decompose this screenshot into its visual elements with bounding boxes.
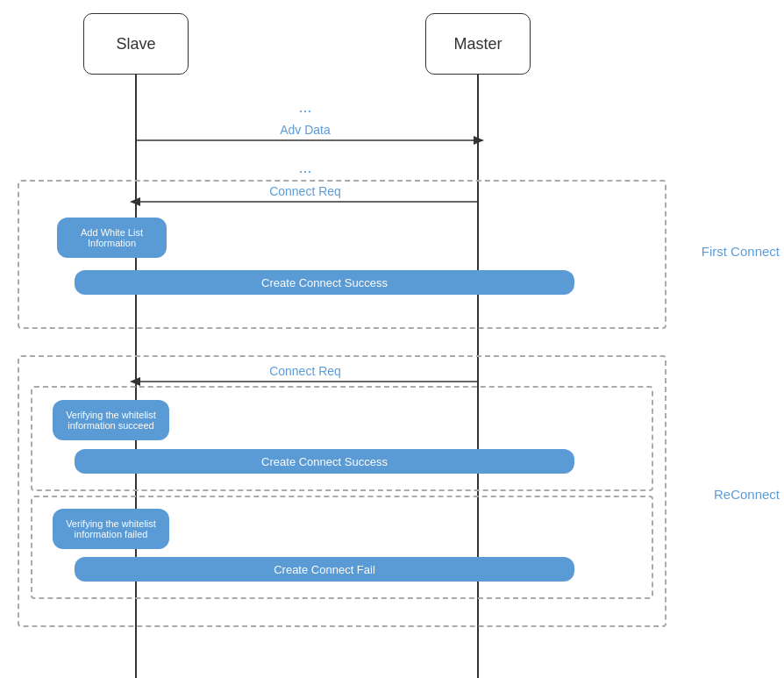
verifying-succeed-box: Verifying the whitelist information succ… <box>53 400 169 440</box>
svg-text:...: ... <box>298 159 311 176</box>
first-connect-label: First Connect <box>702 244 780 259</box>
svg-marker-1 <box>474 136 484 145</box>
add-whitelist-box: Add White List Information <box>57 218 167 258</box>
verifying-failed-box: Verifying the whitelist information fail… <box>53 509 169 549</box>
create-connect-success-1: Create Connect Success <box>75 270 574 295</box>
reconnect-label: ReConnect <box>714 487 780 502</box>
svg-text:Adv Data: Adv Data <box>280 123 331 137</box>
dots1-text: ... <box>298 98 311 116</box>
create-connect-success-2: Create Connect Success <box>75 449 574 474</box>
diagram-container: Slave Master ... Adv Data ... Connect Re… <box>0 0 784 678</box>
create-connect-fail: Create Connect Fail <box>75 557 574 582</box>
